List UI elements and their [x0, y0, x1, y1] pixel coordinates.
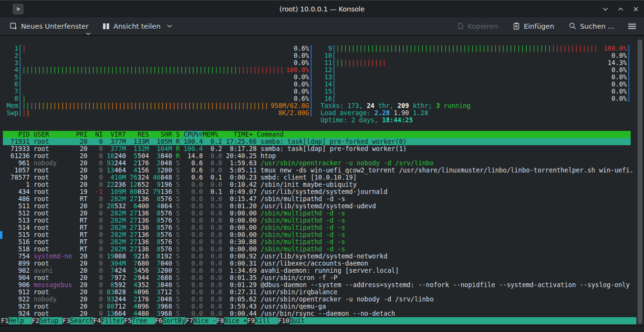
cpu-meter-6: 6[0.0%]	[3, 81, 313, 88]
process-row-899[interactable]: 899 root 20 0 304M 7680 7040 S 0.0 0.0 0…	[3, 260, 631, 267]
cpu-meter-1: 1[|0.6%]	[3, 45, 313, 52]
cpu-meter-9: 9[||||||||||||||||||||||||||||||||||||||…	[321, 45, 631, 52]
cpu-meter-11: 11[|||||||||||||14.3%]	[321, 59, 631, 66]
column-header-virt[interactable]: VIRT	[107, 131, 130, 138]
cpu-meter-8: 8[|0.6%]	[3, 95, 313, 102]
process-row-754[interactable]: 754 systemd-ne 20 0 19008 9216 8192 S 0.…	[3, 253, 631, 260]
chevron-up-icon	[617, 5, 624, 13]
hamburger-icon	[628, 22, 636, 30]
scrollbar-thumb[interactable]	[637, 39, 643, 324]
fkey-F5[interactable]: F5Tree	[124, 317, 155, 324]
bottom-strip	[0, 325, 644, 332]
search-label: Suchen ...	[580, 22, 614, 30]
paste-button[interactable]: Einfügen	[509, 19, 557, 33]
process-row-906[interactable]: 906 messagebus 20 0 8592 4352 3840 S 0.0…	[3, 281, 631, 289]
new-tab-label: Neues Unterfenster	[21, 22, 89, 30]
process-row-904[interactable]: 904 root 20 0 7972 2944 2688 S 0.0 0.0 0…	[3, 274, 631, 281]
cpu-meter-12: 12[0.0%]	[321, 66, 631, 74]
process-row-511[interactable]: 511 root 20 0 28532 6400 4864 S 0.0 0.0 …	[3, 203, 631, 210]
fkey-F3[interactable]: F3Search	[62, 317, 93, 324]
cpu-meter-15: 15[0.0%]	[321, 88, 631, 95]
process-row-61236[interactable]: 61236 root 20 0 10240 5504 3840 R 14.8 0…	[3, 152, 631, 160]
process-row-513[interactable]: 513 root RT 0 282M 27136 8576 S 0.0 0.0 …	[3, 217, 631, 224]
new-tab-button[interactable]: Neues Unterfenster	[7, 19, 92, 33]
split-view-icon	[102, 22, 110, 30]
cpu-meter-4: 4[||||||||||||||||||||||||||||||||||||||…	[3, 66, 313, 74]
process-row-515[interactable]: 515 root RT 0 282M 27136 8576 S 0.0 0.0 …	[3, 231, 631, 238]
column-header-command[interactable]: Command	[257, 131, 283, 138]
split-view-button[interactable]: Ansicht teilen	[99, 19, 175, 33]
konsole-window: > (root) 10.0.0.1 — Konsole Neues Unterf…	[0, 0, 644, 332]
fkey-F7[interactable]: F7Nice -	[186, 317, 217, 324]
copy-icon	[456, 22, 464, 30]
split-view-label: Ansicht teilen	[114, 22, 161, 30]
close-icon	[632, 5, 640, 13]
process-row-71931[interactable]: 71931 root 20 0 377M 133M 105M R 100.4 0…	[3, 138, 631, 145]
terminal-display[interactable]: 1[|0.6%] 2[0.0%] 3[0.0%] 4[|||||||||||||…	[0, 37, 644, 332]
column-header-pid[interactable]: PID	[3, 131, 34, 138]
column-header-user[interactable]: USER	[34, 131, 76, 138]
process-row-512[interactable]: 512 root 20 0 282M 27136 8576 S 0.0 0.0 …	[3, 210, 631, 217]
fkey-F2[interactable]: F2Setup	[32, 317, 63, 324]
cpu-meter-10: 10[0.0%]	[321, 52, 631, 59]
process-row-486[interactable]: 486 root RT 0 282M 27136 8576 S 0.0 0.0 …	[3, 195, 631, 203]
process-row-1057[interactable]: 1057 root 20 0 13464 4156 3200 S 0.6 0.0…	[3, 167, 631, 174]
chevron-down-icon	[167, 24, 172, 28]
chevron-down-icon	[86, 32, 91, 35]
load-average: Load average: 2.28 1.90 1.28	[321, 109, 631, 117]
process-row-912[interactable]: 912 root 20 0 83028 4096 3712 S 0.0 0.0 …	[3, 289, 631, 296]
column-header-time[interactable]: TIME+	[222, 131, 257, 138]
search-button[interactable]: Suchen ...	[566, 19, 617, 33]
cpu-meter-16: 16[0.0%]	[321, 95, 631, 102]
column-header-ni[interactable]: NI	[91, 131, 106, 138]
copy-button[interactable]: Kopieren	[453, 19, 501, 33]
process-row-518[interactable]: 518 root RT 0 282M 27136 8576 S 0.0 0.0 …	[3, 246, 631, 253]
process-row-923[interactable]: 923 root 20 0 80712 4096 3968 S 0.0 0.0 …	[3, 303, 631, 310]
maximize-button[interactable]	[616, 5, 625, 13]
fkey-F8[interactable]: F8Nice +	[217, 317, 248, 324]
column-header-state[interactable]: S	[176, 131, 184, 138]
window-title: (root) 10.0.0.1 — Konsole	[0, 0, 644, 18]
process-row-514[interactable]: 514 root RT 0 282M 27136 8576 S 0.0 0.0 …	[3, 224, 631, 231]
copy-label: Kopieren	[467, 22, 498, 30]
column-header-res[interactable]: RES	[130, 131, 153, 138]
cpu-meter-2: 2[0.0%]	[3, 52, 313, 59]
column-header-mem[interactable]: MEM%	[203, 131, 222, 138]
process-row-516[interactable]: 516 root RT 0 282M 27136 8576 S 0.0 0.0 …	[3, 238, 631, 246]
cpu-meters-right-column: 9[||||||||||||||||||||||||||||||||||||||…	[321, 45, 631, 124]
process-row-1[interactable]: 1 root 20 0 22236 12652 9196 S 0.0 0.0 0…	[3, 181, 631, 188]
chevron-down-icon	[602, 5, 609, 13]
minimize-button[interactable]	[601, 5, 610, 13]
process-row-961[interactable]: 961 nobody 20 0 93244 2176 2048 S 0.6 0.…	[3, 160, 631, 167]
memory-meter: Mem[||||||||||||||||||||||||||||||||||||…	[3, 102, 313, 109]
process-row-922[interactable]: 922 nobody 20 0 93244 2176 2048 S 0.0 0.…	[3, 296, 631, 303]
table-header-row: PID USER PRI NI VIRT RES SHR S CPU%▽MEM%…	[3, 131, 631, 138]
cpu-meter-7: 7[0.0%]	[3, 88, 313, 95]
fkey-F4[interactable]: F4Filter	[93, 317, 125, 324]
fkey-F6[interactable]: F6SortBy	[155, 317, 186, 324]
column-header-pri[interactable]: PRI	[76, 131, 91, 138]
paste-icon	[512, 22, 520, 30]
cpu-meter-5: 5[0.0%]	[3, 74, 313, 81]
toolbar: Neues Unterfenster Ansicht teilen Kopier…	[0, 17, 644, 36]
column-header-shr[interactable]: SHR	[153, 131, 176, 138]
fkey-F9[interactable]: F9Kill	[247, 317, 278, 324]
process-row-434[interactable]: 434 root 19 -1 109M 80032 79136 S 0.0 0.…	[3, 188, 631, 195]
hamburger-menu-button[interactable]	[625, 19, 639, 33]
search-icon	[569, 22, 577, 30]
cpu-meters-left-column: 1[|0.6%] 2[0.0%] 3[0.0%] 4[|||||||||||||…	[3, 45, 313, 124]
column-header-cpu-sorted[interactable]: CPU%▽	[184, 131, 203, 138]
fkey-F10[interactable]: F10Quit	[278, 317, 637, 324]
paste-label: Einfügen	[524, 22, 554, 30]
htop-screen: 1[|0.6%] 2[0.0%] 3[0.0%] 4[|||||||||||||…	[3, 45, 631, 317]
process-table: PID USER PRI NI VIRT RES SHR S CPU%▽MEM%…	[3, 131, 631, 317]
cpu-meter-3: 3[0.0%]	[3, 59, 313, 66]
process-row-902[interactable]: 902 avahi 20 0 7424 3456 3200 S 0.0 0.0 …	[3, 267, 631, 274]
fkey-F1[interactable]: F1Help	[1, 317, 32, 324]
process-row-71933[interactable]: 71933 root 20 0 377M 132M 104M R 100.4 0…	[3, 145, 631, 152]
process-row-924[interactable]: 924 root 20 0 13664 4480 3968 S 0.0 0.0 …	[3, 310, 631, 317]
tasks-summary: Tasks: 173, 24 thr, 209 kthr; 3 running	[321, 102, 631, 109]
close-button[interactable]	[632, 5, 640, 13]
function-key-bar: F1Help F2Setup F3SearchF4FilterF5Tree F6…	[1, 317, 636, 324]
process-row-78577[interactable]: 78577 root 20 0 410M 76324 46848 S 0.6 0…	[3, 174, 631, 181]
